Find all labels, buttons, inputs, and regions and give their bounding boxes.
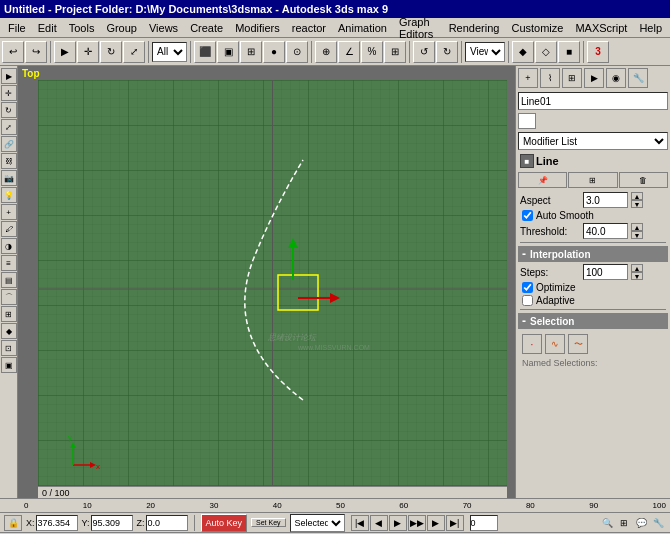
- set-key-btn[interactable]: Set Key: [251, 518, 286, 527]
- cmd-create[interactable]: +: [518, 68, 538, 88]
- x-input[interactable]: [36, 515, 78, 531]
- tool-mirror[interactable]: ◑: [1, 238, 17, 254]
- interpolation-section-header[interactable]: - Interpolation: [518, 246, 668, 262]
- cmd-modify[interactable]: ⌇: [540, 68, 560, 88]
- tool-scale[interactable]: ⤢: [1, 119, 17, 135]
- cmd-hierarchy[interactable]: ⊞: [562, 68, 582, 88]
- menu-animation[interactable]: Animation: [332, 20, 393, 36]
- toolbar-circle[interactable]: ●: [263, 41, 285, 63]
- tool-unlink[interactable]: ⛓: [1, 153, 17, 169]
- mini-icon-1[interactable]: 🔍: [599, 515, 615, 531]
- tool-helper[interactable]: +: [1, 204, 17, 220]
- toolbar-scale[interactable]: ⤢: [123, 41, 145, 63]
- modifier-visibility-icon[interactable]: ■: [520, 154, 534, 168]
- toolbar-spinner-snap[interactable]: ⊞: [384, 41, 406, 63]
- toolbar-select-obj[interactable]: ⬛: [194, 41, 216, 63]
- goto-start-btn[interactable]: |◀: [351, 515, 369, 531]
- toolbar-angle-snap[interactable]: ∠: [338, 41, 360, 63]
- tool-select[interactable]: ▶: [1, 68, 17, 84]
- next-frame-btn[interactable]: ▶: [427, 515, 445, 531]
- tool-move[interactable]: ✛: [1, 85, 17, 101]
- prev-frame-btn[interactable]: ◀: [370, 515, 388, 531]
- play-btn[interactable]: ▶: [389, 515, 407, 531]
- selection-section-header[interactable]: - Selection: [518, 313, 668, 329]
- toolbar-num1[interactable]: 3: [587, 41, 609, 63]
- viewport-container[interactable]: Top: [18, 66, 515, 498]
- toolbar-undo[interactable]: ↩: [2, 41, 24, 63]
- toolbar-rotate[interactable]: ↻: [100, 41, 122, 63]
- toolbar-snap[interactable]: ⊕: [315, 41, 337, 63]
- view-dropdown[interactable]: View: [465, 42, 505, 62]
- toolbar-render3[interactable]: ■: [558, 41, 580, 63]
- menu-views[interactable]: Views: [143, 20, 184, 36]
- tool-material[interactable]: ◆: [1, 323, 17, 339]
- toolbar-window[interactable]: ▣: [217, 41, 239, 63]
- steps-input[interactable]: [583, 264, 628, 280]
- z-input[interactable]: [146, 515, 188, 531]
- aspect-input[interactable]: [583, 192, 628, 208]
- menu-modifiers[interactable]: Modifiers: [229, 20, 286, 36]
- auto-key-btn[interactable]: Auto Key: [201, 514, 248, 532]
- tool-camera[interactable]: 📷: [1, 170, 17, 186]
- vertex-sel-btn[interactable]: ·: [522, 334, 542, 354]
- steps-spin-down[interactable]: ▼: [631, 272, 643, 280]
- toolbar-move[interactable]: ✛: [77, 41, 99, 63]
- menu-reactor[interactable]: reactor: [286, 20, 332, 36]
- tool-align[interactable]: ≡: [1, 255, 17, 271]
- modifier-list-dropdown[interactable]: Modifier List: [518, 132, 668, 150]
- aspect-spin-up[interactable]: ▲: [631, 192, 643, 200]
- y-input[interactable]: [91, 515, 133, 531]
- play-all-btn[interactable]: ▶▶: [408, 515, 426, 531]
- object-color-swatch[interactable]: [518, 113, 536, 129]
- menu-help[interactable]: Help: [633, 20, 668, 36]
- modifier-stack-item[interactable]: ■ Line: [518, 153, 668, 169]
- aspect-spin-down[interactable]: ▼: [631, 200, 643, 208]
- segment-sel-btn[interactable]: ∿: [545, 334, 565, 354]
- cmd-utilities[interactable]: 🔧: [628, 68, 648, 88]
- menu-customize[interactable]: Customize: [505, 20, 569, 36]
- toolbar-render2[interactable]: ◇: [535, 41, 557, 63]
- cmd-display[interactable]: ◉: [606, 68, 626, 88]
- tool-render-frame[interactable]: ⊡: [1, 340, 17, 356]
- steps-spin-up[interactable]: ▲: [631, 264, 643, 272]
- selected-dropdown[interactable]: Selected: [290, 514, 345, 532]
- tool-quick-render[interactable]: ▣: [1, 357, 17, 373]
- menu-maxscript[interactable]: MAXScript: [569, 20, 633, 36]
- spline-sel-btn[interactable]: 〜: [568, 334, 588, 354]
- remove-modifier-btn[interactable]: 🗑: [619, 172, 668, 188]
- tool-layer[interactable]: ▤: [1, 272, 17, 288]
- goto-end-btn[interactable]: ▶|: [446, 515, 464, 531]
- menu-tools[interactable]: Tools: [63, 20, 101, 36]
- lock-icon[interactable]: 🔒: [4, 515, 22, 531]
- mini-icon-2[interactable]: ⊞: [616, 515, 632, 531]
- cmd-motion[interactable]: ▶: [584, 68, 604, 88]
- tool-rotate[interactable]: ↻: [1, 102, 17, 118]
- make-unique-btn[interactable]: ⊞: [568, 172, 617, 188]
- threshold-input[interactable]: [583, 223, 628, 239]
- tool-schematic[interactable]: ⊞: [1, 306, 17, 322]
- filter-dropdown[interactable]: All: [152, 42, 187, 62]
- menu-group[interactable]: Group: [100, 20, 143, 36]
- toolbar-redo2[interactable]: ↻: [436, 41, 458, 63]
- object-name-field[interactable]: Line01: [518, 92, 668, 110]
- optimize-checkbox[interactable]: [522, 282, 533, 293]
- menu-create[interactable]: Create: [184, 20, 229, 36]
- menu-file[interactable]: File: [2, 20, 32, 36]
- toolbar-redo[interactable]: ↪: [25, 41, 47, 63]
- tool-curve[interactable]: ⌒: [1, 289, 17, 305]
- frame-input[interactable]: [470, 515, 498, 531]
- toolbar-lasso[interactable]: ⊙: [286, 41, 308, 63]
- menu-edit[interactable]: Edit: [32, 20, 63, 36]
- toolbar-render1[interactable]: ◆: [512, 41, 534, 63]
- grid-viewport[interactable]: x y 思绪设计论坛 www.MISSVURN.COM 0 / 100: [38, 80, 507, 498]
- auto-smooth-checkbox[interactable]: [522, 210, 533, 221]
- menu-rendering[interactable]: Rendering: [443, 20, 506, 36]
- tool-link[interactable]: 🔗: [1, 136, 17, 152]
- toolbar-percent-snap[interactable]: %: [361, 41, 383, 63]
- tool-light[interactable]: 💡: [1, 187, 17, 203]
- adaptive-checkbox[interactable]: [522, 295, 533, 306]
- toolbar-select[interactable]: ▶: [54, 41, 76, 63]
- menu-graph-editors[interactable]: Graph Editors: [393, 14, 443, 42]
- mini-icon-4[interactable]: 🔧: [650, 515, 666, 531]
- pin-stack-btn[interactable]: 📌: [518, 172, 567, 188]
